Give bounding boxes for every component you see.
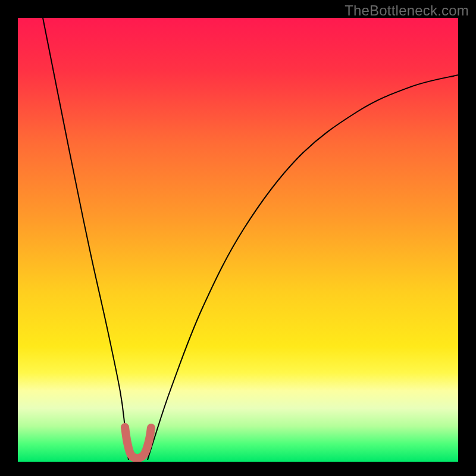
watermark-label: TheBottleneck.com bbox=[345, 2, 469, 19]
chart-frame: TheBottleneck.com bbox=[0, 0, 476, 476]
series-valley-blob bbox=[125, 427, 151, 458]
curve-layer bbox=[18, 18, 458, 462]
series-right-arm bbox=[148, 75, 458, 460]
plot-area bbox=[18, 18, 458, 462]
series-left-arm bbox=[43, 18, 129, 460]
